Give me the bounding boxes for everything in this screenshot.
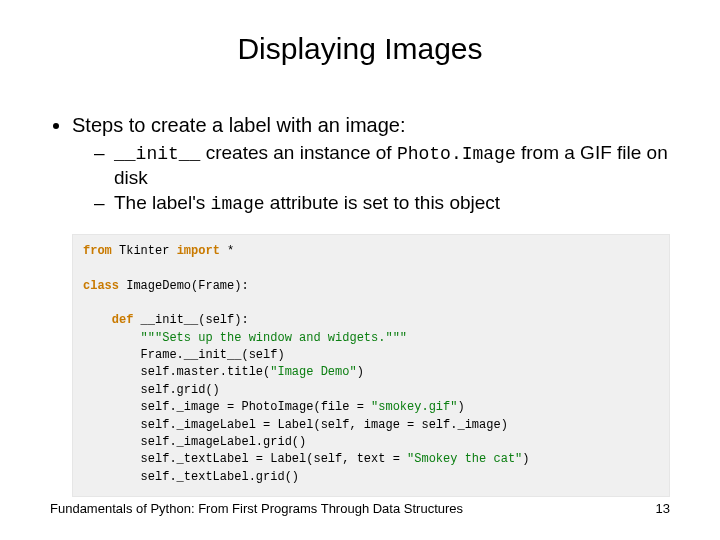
- slide: Displaying Images Steps to create a labe…: [0, 0, 720, 540]
- bullet-item-1: Steps to create a label with an image: _…: [72, 114, 670, 216]
- slide-title: Displaying Images: [0, 0, 720, 66]
- code-l01b: Tkinter: [112, 244, 177, 258]
- code-l10: self._imageLabel.grid(): [141, 435, 307, 449]
- kw-def: def: [112, 313, 134, 327]
- code-l03b: __init__(self):: [133, 313, 248, 327]
- code-l01d: *: [220, 244, 234, 258]
- code-init: __init__: [114, 144, 200, 164]
- code-l08b: "smokey.gif": [371, 400, 457, 414]
- sub1-mid: creates an instance of: [200, 142, 396, 163]
- code-l07: self.grid(): [141, 383, 220, 397]
- code-image: image: [211, 194, 265, 214]
- code-l05: Frame.__init__(self): [141, 348, 285, 362]
- code-l11b: "Smokey the cat": [407, 452, 522, 466]
- code-l06c: ): [357, 365, 364, 379]
- code-l06a: self.master.title(: [141, 365, 271, 379]
- kw-import: import: [177, 244, 220, 258]
- code-l08a: self._image = PhotoImage(file =: [141, 400, 371, 414]
- bullet-1-text: Steps to create a label with an image:: [72, 114, 406, 136]
- docstring: """Sets up the window and widgets.""": [141, 331, 407, 345]
- code-l12: self._textLabel.grid(): [141, 470, 299, 484]
- code-l08c: ): [457, 400, 464, 414]
- sub-bullet-2: The label's image attribute is set to th…: [100, 191, 670, 216]
- kw-from: from: [83, 244, 112, 258]
- code-l02b: ImageDemo(Frame):: [119, 279, 249, 293]
- code-l09: self._imageLabel = Label(self, image = s…: [141, 418, 508, 432]
- sub-bullet-1: __init__ creates an instance of Photo.Im…: [100, 141, 670, 189]
- code-l06b: "Image Demo": [270, 365, 356, 379]
- code-photoimage: Photo.Image: [397, 144, 516, 164]
- sub2-pre: The label's: [114, 192, 211, 213]
- footer-text: Fundamentals of Python: From First Progr…: [50, 501, 463, 516]
- bullet-list: Steps to create a label with an image: _…: [50, 114, 670, 216]
- code-l11c: ): [522, 452, 529, 466]
- slide-content: Steps to create a label with an image: _…: [0, 66, 720, 216]
- sub-bullet-list: __init__ creates an instance of Photo.Im…: [72, 141, 670, 216]
- kw-class: class: [83, 279, 119, 293]
- code-block: from Tkinter import * class ImageDemo(Fr…: [72, 234, 670, 497]
- sub2-post: attribute is set to this object: [265, 192, 501, 213]
- slide-footer: Fundamentals of Python: From First Progr…: [0, 501, 720, 516]
- page-number: 13: [656, 501, 670, 516]
- code-l11a: self._textLabel = Label(self, text =: [141, 452, 407, 466]
